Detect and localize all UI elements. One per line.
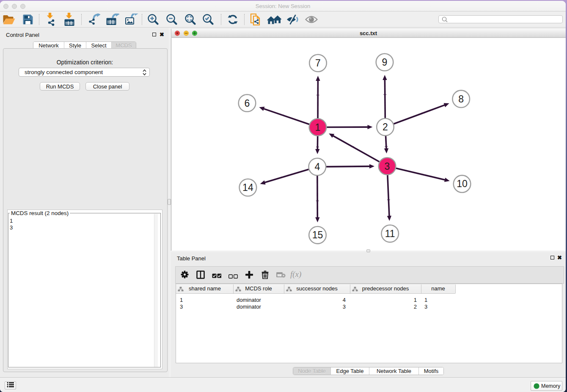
svg-text:1: 1 bbox=[315, 122, 321, 133]
svg-text:8: 8 bbox=[458, 94, 464, 105]
svg-text:9: 9 bbox=[382, 57, 388, 68]
svg-text:3: 3 bbox=[385, 161, 390, 172]
svg-text:15: 15 bbox=[312, 229, 323, 240]
svg-text:4: 4 bbox=[314, 161, 320, 172]
svg-text:2: 2 bbox=[383, 121, 388, 133]
svg-text:11: 11 bbox=[385, 228, 395, 239]
svg-text:14: 14 bbox=[242, 182, 253, 193]
svg-text:10: 10 bbox=[457, 178, 468, 189]
svg-text:6: 6 bbox=[245, 98, 250, 109]
svg-text:7: 7 bbox=[315, 58, 321, 69]
